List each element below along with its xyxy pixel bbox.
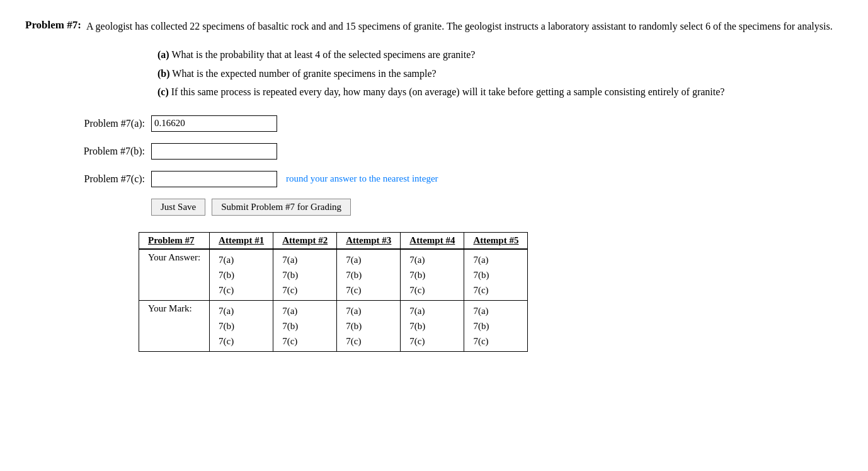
sub-questions: (a) What is the probability that at leas… [157, 47, 843, 100]
col-header-attempt4: Attempt #4 [401, 232, 464, 249]
attempt3-mark: 7(a)7(b)7(c) [337, 300, 401, 351]
subquestion-a: (a) What is the probability that at leas… [157, 47, 843, 63]
results-table: Problem #7 Attempt #1 Attempt #2 Attempt… [139, 232, 528, 352]
input-label-c: Problem #7(c): [25, 173, 151, 185]
input-row-a: Problem #7(a): [25, 115, 843, 132]
problem-header: Problem #7: A geologist has collected 22… [25, 19, 843, 34]
mark-label: Your Mark: [139, 300, 210, 351]
submit-button[interactable]: Submit Problem #7 for Grading [212, 199, 351, 216]
subquestion-b: (b) What is the expected number of grani… [157, 66, 843, 82]
attempt1-answer: 7(a)7(b)7(c) [210, 249, 273, 301]
results-table-wrapper: Problem #7 Attempt #1 Attempt #2 Attempt… [139, 232, 843, 352]
subquestion-a-text: What is the probability that at least 4 … [171, 49, 475, 60]
attempt1-mark: 7(a)7(b)7(c) [210, 300, 273, 351]
answer-label: Your Answer: [139, 249, 210, 301]
problem-number: Problem #7: [25, 19, 81, 32]
problem-description: A geologist has collected 22 specimens o… [86, 19, 833, 34]
buttons-row: Just Save Submit Problem #7 for Grading [151, 199, 843, 216]
subquestion-b-text: What is the expected number of granite s… [172, 68, 436, 79]
col-header-attempt2: Attempt #2 [273, 232, 337, 249]
subquestion-c-text: If this same process is repeated every d… [171, 86, 725, 97]
attempt3-answer: 7(a)7(b)7(c) [337, 249, 401, 301]
subquestion-c: (c) If this same process is repeated eve… [157, 84, 843, 100]
input-label-b: Problem #7(b): [25, 146, 151, 157]
attempt5-answer: 7(a)7(b)7(c) [464, 249, 528, 301]
input-row-b: Problem #7(b): [25, 143, 843, 160]
answer-input-b[interactable] [151, 143, 277, 160]
attempt5-mark: 7(a)7(b)7(c) [464, 300, 528, 351]
col-header-problem: Problem #7 [139, 232, 210, 249]
answer-input-c[interactable] [151, 171, 277, 187]
save-button[interactable]: Just Save [151, 199, 205, 216]
table-row-answer: Your Answer: 7(a)7(b)7(c) 7(a)7(b)7(c) 7… [139, 249, 528, 301]
subquestion-b-label: (b) [157, 68, 170, 79]
attempt4-answer: 7(a)7(b)7(c) [401, 249, 464, 301]
hint-text-c: round your answer to the nearest integer [286, 173, 438, 184]
attempt2-mark: 7(a)7(b)7(c) [273, 300, 337, 351]
attempt2-answer: 7(a)7(b)7(c) [273, 249, 337, 301]
answer-input-a[interactable] [151, 115, 277, 132]
subquestion-a-label: (a) [157, 49, 169, 60]
attempt4-mark: 7(a)7(b)7(c) [401, 300, 464, 351]
col-header-attempt5: Attempt #5 [464, 232, 528, 249]
input-label-a: Problem #7(a): [25, 118, 151, 129]
table-row-mark: Your Mark: 7(a)7(b)7(c) 7(a)7(b)7(c) 7(a… [139, 300, 528, 351]
subquestion-c-label: (c) [157, 86, 169, 97]
col-header-attempt1: Attempt #1 [210, 232, 273, 249]
col-header-attempt3: Attempt #3 [337, 232, 401, 249]
table-header-row: Problem #7 Attempt #1 Attempt #2 Attempt… [139, 232, 528, 249]
input-row-c: Problem #7(c): round your answer to the … [25, 171, 843, 187]
